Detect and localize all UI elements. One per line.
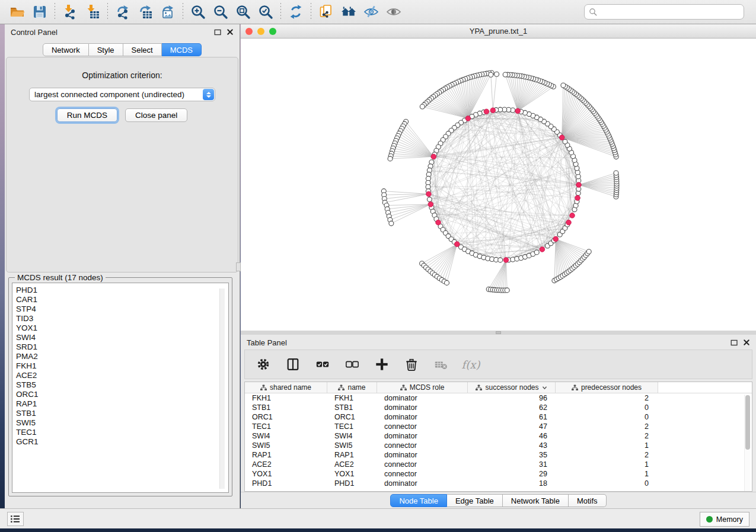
mcds-result-item[interactable]: FKH1	[16, 361, 228, 371]
graph-leaf-node[interactable]	[561, 83, 566, 88]
select-all-rows-button[interactable]	[314, 354, 331, 374]
graph-node[interactable]	[534, 250, 539, 255]
graph-leaf-node[interactable]	[445, 280, 449, 285]
zoom-fit-button[interactable]	[233, 2, 253, 21]
graph-hub-node[interactable]	[559, 135, 564, 140]
refresh-button[interactable]	[286, 2, 306, 21]
horizontal-splitter[interactable]	[241, 331, 756, 335]
save-session-button[interactable]	[30, 2, 50, 21]
task-history-button[interactable]	[7, 512, 24, 526]
mcds-result-item[interactable]: RAP1	[16, 399, 228, 409]
import-network-button[interactable]	[60, 2, 80, 21]
mcds-result-item[interactable]: ACE2	[16, 371, 228, 380]
column-header-shared-name[interactable]: shared name	[245, 382, 327, 393]
close-panel-icon[interactable]	[743, 339, 750, 346]
show-panels-button[interactable]	[384, 2, 404, 21]
table-scrollbar[interactable]	[744, 395, 750, 492]
mcds-result-item[interactable]: ORC1	[16, 390, 228, 399]
graph-hub-node[interactable]	[540, 247, 545, 252]
graph-leaf-node[interactable]	[505, 288, 509, 293]
table-scrollbar-thumb[interactable]	[745, 395, 750, 450]
split-columns-button[interactable]	[284, 354, 302, 374]
tab-select[interactable]: Select	[123, 43, 162, 56]
mcds-result-item[interactable]: STB1	[16, 409, 228, 418]
vertical-splitter-grip[interactable]	[236, 262, 241, 271]
graph-hub-node[interactable]	[575, 196, 580, 201]
table-row[interactable]: YOX1YOX1connector291	[245, 469, 752, 479]
graph-hub-node[interactable]	[455, 242, 460, 247]
mcds-result-item[interactable]: TEC1	[16, 428, 228, 437]
graph-leaf-node[interactable]	[586, 249, 591, 254]
mcds-result-item[interactable]: PHD1	[16, 286, 228, 295]
table-row[interactable]: FKH1FKH1dominator962	[245, 393, 752, 403]
network-graph[interactable]	[241, 39, 756, 331]
column-header-predecessor-nodes[interactable]: predecessor nodes	[556, 382, 658, 393]
graph-node[interactable]	[427, 197, 432, 202]
float-panel-icon[interactable]	[214, 28, 222, 36]
graph-leaf-node[interactable]	[495, 72, 499, 76]
delete-column-button[interactable]	[403, 354, 420, 374]
criterion-dropdown[interactable]: largest connected component (undirected)	[29, 88, 215, 101]
export-network-button[interactable]	[113, 2, 133, 21]
graph-hub-node[interactable]	[431, 154, 436, 159]
import-table-button[interactable]	[82, 2, 103, 21]
tab-network[interactable]: Network	[43, 43, 89, 56]
horizontal-splitter-grip[interactable]	[496, 331, 501, 334]
network-canvas[interactable]	[241, 39, 756, 331]
mcds-result-item[interactable]: STP4	[16, 305, 228, 314]
table-row[interactable]: STB1STB1dominator620	[245, 403, 752, 412]
graph-hub-node[interactable]	[436, 220, 441, 225]
zoom-in-button[interactable]	[188, 2, 208, 21]
mcds-list-scrollbar[interactable]	[219, 289, 225, 489]
mcds-result-item[interactable]: GCR1	[16, 437, 228, 447]
graph-leaf-node[interactable]	[389, 221, 394, 226]
mcds-result-item[interactable]: TID3	[16, 314, 228, 323]
network-view-titlebar[interactable]: YPA_prune.txt_1	[241, 24, 756, 39]
export-image-button[interactable]	[158, 2, 178, 21]
graph-hub-node[interactable]	[570, 213, 575, 218]
graph-node[interactable]	[498, 258, 503, 262]
memory-button[interactable]: Memory	[700, 512, 749, 527]
column-header-MCDS-role[interactable]: MCDS role	[377, 382, 468, 393]
graph-leaf-node[interactable]	[503, 72, 508, 77]
column-header-successor-nodes[interactable]: successor nodes	[468, 382, 556, 393]
mcds-result-item[interactable]: SRD1	[16, 342, 228, 352]
graph-leaf-node[interactable]	[388, 156, 393, 161]
column-header-name[interactable]: name	[327, 382, 377, 393]
graph-hub-node[interactable]	[553, 236, 559, 242]
mcds-result-list[interactable]: PHD1CAR1STP4TID3YOX1SWI4SRD1PMA2FKH1ACE2…	[12, 283, 229, 493]
graph-hub-node[interactable]	[566, 220, 572, 225]
open-session-button[interactable]	[7, 2, 27, 21]
table-row[interactable]: PHD1PHD1dominator180	[245, 479, 752, 488]
table-tab-network-table[interactable]: Network Table	[503, 494, 569, 507]
close-panel-button[interactable]: Close panel	[125, 108, 187, 122]
graph-hub-node[interactable]	[484, 109, 489, 114]
graph-leaf-node[interactable]	[420, 104, 425, 109]
search-input[interactable]	[601, 6, 744, 18]
mcds-result-item[interactable]: YOX1	[16, 323, 228, 333]
add-column-button[interactable]	[373, 354, 391, 374]
deselect-all-rows-button[interactable]	[343, 354, 361, 374]
tab-mcds[interactable]: MCDS	[162, 43, 202, 56]
graph-hub-node[interactable]	[426, 191, 432, 197]
export-table-button[interactable]	[135, 2, 155, 21]
float-panel-icon[interactable]	[731, 339, 738, 347]
zoom-out-button[interactable]	[210, 2, 231, 21]
table-tab-edge-table[interactable]: Edge Table	[447, 494, 503, 507]
graph-hub-node[interactable]	[503, 258, 509, 263]
table-row[interactable]: ACE2ACE2connector311	[245, 460, 752, 469]
graph-hub-node[interactable]	[465, 116, 471, 121]
tab-style[interactable]: Style	[89, 43, 123, 56]
graph-leaf-node[interactable]	[489, 72, 493, 77]
share-document-button[interactable]	[316, 2, 336, 21]
table-row[interactable]: SWI4SWI4dominator462	[245, 431, 752, 441]
graph-hub-node[interactable]	[428, 202, 433, 207]
table-tab-motifs[interactable]: Motifs	[569, 494, 607, 507]
graph-node[interactable]	[563, 139, 567, 144]
table-row[interactable]: RAP1RAP1dominator352	[245, 450, 752, 460]
table-row[interactable]: ORC1ORC1dominator610	[245, 412, 752, 422]
mcds-result-item[interactable]: SWI4	[16, 333, 228, 342]
graph-leaf-node[interactable]	[614, 171, 618, 175]
table-row[interactable]: TEC1TEC1connector472	[245, 422, 752, 431]
run-mcds-button[interactable]: Run MCDS	[57, 108, 117, 122]
